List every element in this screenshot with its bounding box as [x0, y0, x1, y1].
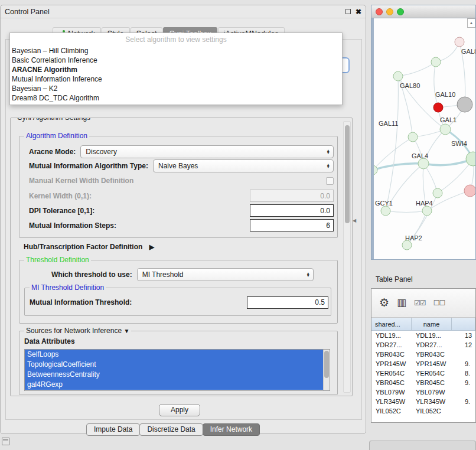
- network-node[interactable]: [393, 71, 403, 81]
- algorithm-option[interactable]: Bayesian – K2: [10, 84, 342, 93]
- table-panel-window: ⚙ ▥ ☑☑ ☐☐ shared...name YDL19...YDL19...…: [371, 288, 476, 423]
- attributes-scrollbar[interactable]: [323, 350, 330, 390]
- mi-steps-field[interactable]: [250, 219, 334, 231]
- minimized-panel-icon[interactable]: [2, 438, 9, 445]
- table-cell: YBR043C: [412, 350, 452, 359]
- network-node[interactable]: [402, 240, 412, 250]
- table-cell: YPR145W: [412, 359, 452, 369]
- network-edge[interactable]: [386, 211, 427, 213]
- column-visibility-icon[interactable]: ▥: [397, 298, 406, 308]
- table-row[interactable]: YBL079WYBL079W: [371, 387, 475, 397]
- kernel-width-field[interactable]: [250, 190, 334, 202]
- table-row[interactable]: YLR345WYLR345W9.: [371, 397, 475, 406]
- mi-type-label: Mutual Information Algorithm Type:: [29, 162, 148, 170]
- control-panel-titlebar[interactable]: Control Panel ✖: [1, 5, 366, 18]
- network-node[interactable]: [381, 206, 390, 216]
- settings-gear-icon[interactable]: ⚙: [379, 297, 389, 309]
- data-attributes-list[interactable]: SelfLoopsTopologicalCoefficientBetweenne…: [24, 349, 330, 391]
- table-row[interactable]: YER054CYER054C8.: [371, 369, 475, 378]
- table-row[interactable]: YBR043CYBR043C: [371, 350, 475, 359]
- data-attributes-label: Data Attributes: [24, 337, 332, 346]
- algorithm-option[interactable]: Basic Correlation Inference: [10, 56, 342, 65]
- scrollbar-thumb[interactable]: [324, 351, 329, 378]
- table-row[interactable]: YDL19...YDL19...13: [371, 331, 475, 340]
- aracne-mode-select[interactable]: Discovery ▲▼: [80, 145, 334, 158]
- network-node[interactable]: [422, 206, 432, 216]
- network-node[interactable]: [457, 97, 472, 112]
- algorithm-option[interactable]: Mutual Information Inference: [10, 74, 342, 84]
- table-cell: YIL052C: [412, 406, 452, 416]
- scrollbar-thumb[interactable]: [345, 125, 350, 223]
- table-row[interactable]: YBR045CYBR045C9.: [371, 378, 475, 387]
- table-row[interactable]: YPR145WYPR145W9.: [371, 359, 475, 369]
- which-threshold-select[interactable]: MI Threshold ▲▼: [137, 268, 314, 281]
- attribute-item[interactable]: BetweennessCentrality: [25, 370, 323, 380]
- bottom-tab-discretize-data[interactable]: Discretize Data: [139, 423, 203, 436]
- table-row[interactable]: YDR27...YDR27...12: [371, 340, 475, 350]
- network-node[interactable]: [374, 165, 377, 175]
- bottom-panel-strip[interactable]: [369, 441, 476, 450]
- column-header[interactable]: [452, 318, 475, 330]
- network-canvas[interactable]: GAL8GAL80GAL10GAL11GAL1SWI4GAL4GCY1HAP4H…: [371, 18, 475, 259]
- mi-type-select[interactable]: Naive Bayes ▲▼: [153, 159, 334, 172]
- algorithm-option[interactable]: Bayesian – Hill Climbing: [10, 46, 342, 56]
- network-node[interactable]: [464, 185, 475, 197]
- node-label: GAL11: [379, 120, 398, 127]
- table-row[interactable]: YIL052CYIL052C: [371, 406, 475, 416]
- manual-kernel-label: Manual Kernel Width Definition: [29, 177, 133, 185]
- apply-button[interactable]: Apply: [159, 404, 200, 416]
- network-node[interactable]: [466, 152, 475, 166]
- table-cell: [452, 350, 475, 359]
- deselect-all-icon[interactable]: ☐☐: [433, 299, 445, 307]
- network-node[interactable]: [408, 132, 418, 142]
- network-edge[interactable]: [374, 164, 423, 170]
- table-cell: YBR043C: [371, 350, 412, 359]
- select-all-icon[interactable]: ☑☑: [414, 299, 426, 307]
- split-collapse-icon[interactable]: ◀: [353, 218, 356, 223]
- float-window-icon[interactable]: [345, 9, 351, 14]
- manual-kernel-checkbox[interactable]: [326, 177, 334, 185]
- bottom-tab-bar: Impute DataDiscretize DataInfer Network: [87, 423, 260, 436]
- zoom-button[interactable]: [397, 8, 404, 15]
- sources-title[interactable]: Sources for Network Inference ▼: [24, 327, 131, 335]
- algorithm-option[interactable]: ARACNE Algorithm: [10, 65, 342, 74]
- table-cell: 12: [452, 340, 475, 350]
- settings-scrollbar[interactable]: [343, 121, 351, 393]
- network-edge[interactable]: [423, 159, 473, 165]
- attribute-item[interactable]: SelfLoops: [25, 350, 323, 360]
- column-header[interactable]: name: [412, 318, 452, 330]
- bottom-tab-impute-data[interactable]: Impute Data: [86, 423, 140, 436]
- network-node[interactable]: [431, 57, 441, 67]
- table-cell: YDL19...: [371, 331, 412, 340]
- algorithm-definition-title: Algorithm Definition: [24, 132, 89, 140]
- node-label: GAL10: [435, 91, 455, 98]
- network-node[interactable]: [418, 158, 429, 169]
- close-button[interactable]: [376, 8, 383, 15]
- network-edge[interactable]: [434, 62, 438, 107]
- attribute-item[interactable]: TopologicalCoefficient: [25, 360, 323, 370]
- table-cell: YBL079W: [371, 387, 412, 397]
- network-node[interactable]: [433, 103, 443, 112]
- mi-threshold-field[interactable]: [247, 296, 328, 309]
- network-edge[interactable]: [398, 62, 436, 76]
- column-header[interactable]: shared...: [371, 318, 412, 330]
- hub-definition-label: Hub/Transcription Factor Definition: [24, 243, 142, 251]
- attribute-item[interactable]: gal4RGexp: [25, 380, 323, 390]
- network-edge[interactable]: [386, 76, 398, 211]
- minimize-button[interactable]: [386, 8, 393, 15]
- network-scroll-button[interactable]: ▲: [467, 18, 475, 28]
- network-node[interactable]: [433, 188, 442, 198]
- dpi-tolerance-field[interactable]: [250, 204, 334, 217]
- node-label: GAL4: [412, 152, 428, 159]
- network-window-titlebar[interactable]: [371, 5, 475, 18]
- algorithm-option[interactable]: Dream8 DC_TDC Algorithm: [10, 93, 342, 103]
- hub-definition-expander[interactable]: Hub/Transcription Factor Definition ▶: [24, 243, 352, 252]
- settings-group-title: Cyni Algorithm Settings: [15, 118, 92, 122]
- close-icon[interactable]: ✖: [356, 8, 361, 15]
- node-label: SWI4: [451, 140, 467, 147]
- network-node[interactable]: [455, 37, 464, 47]
- network-node[interactable]: [440, 124, 451, 135]
- table-cell: 9.: [452, 378, 475, 387]
- bottom-tab-infer-network[interactable]: Infer Network: [203, 423, 260, 436]
- table-panel-title: Table Panel: [376, 275, 413, 283]
